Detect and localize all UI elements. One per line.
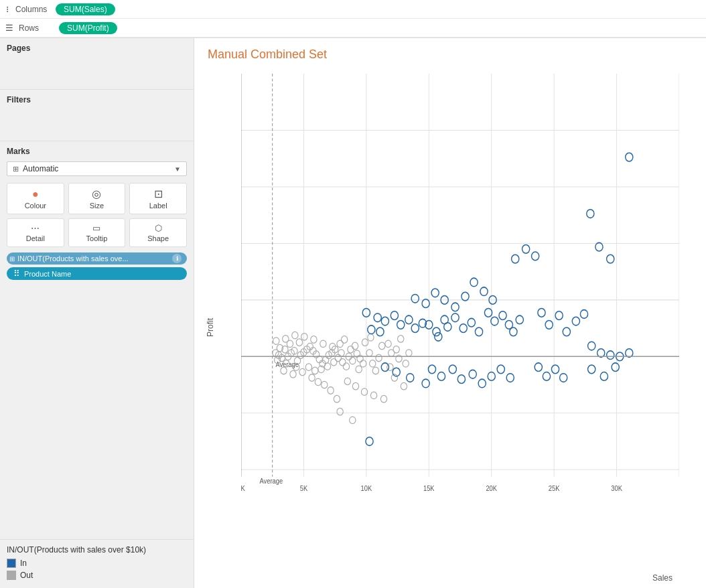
marks-buttons-grid: ● Colour ◎ Size ⊡ Label ⋯ Detail ▭ Too: [7, 183, 187, 247]
svg-point-151: [491, 317, 498, 325]
svg-point-156: [469, 370, 476, 378]
svg-point-167: [626, 153, 633, 161]
svg-point-72: [311, 336, 317, 344]
svg-text:Average: Average: [260, 477, 283, 486]
svg-point-62: [324, 363, 330, 370]
pages-body: [7, 57, 187, 84]
colour-button[interactable]: ● Colour: [7, 183, 64, 214]
svg-point-172: [545, 321, 553, 329]
columns-icon: ⫶: [5, 4, 10, 14]
pages-section: Pages: [0, 38, 194, 90]
colour-icon: ●: [32, 188, 39, 200]
inout-info-icon[interactable]: ℹ: [172, 254, 182, 263]
svg-point-136: [381, 363, 389, 372]
svg-point-59: [305, 364, 311, 371]
svg-point-141: [449, 365, 456, 374]
size-label: Size: [90, 202, 104, 210]
tooltip-label: Tooltip: [86, 234, 108, 242]
svg-point-182: [597, 349, 605, 358]
svg-point-181: [588, 342, 595, 350]
svg-point-104: [315, 378, 321, 386]
svg-point-162: [480, 287, 488, 296]
size-button[interactable]: ◎ Size: [68, 183, 126, 214]
svg-point-97: [352, 382, 358, 390]
filters-body: [7, 108, 187, 135]
svg-point-161: [470, 278, 478, 287]
shape-icon: ⬡: [155, 223, 162, 233]
svg-point-146: [431, 289, 439, 297]
svg-text:15K: 15K: [423, 484, 435, 492]
svg-point-71: [301, 334, 307, 341]
pages-title: Pages: [7, 44, 187, 53]
legend-label-out: Out: [20, 571, 33, 580]
svg-point-149: [462, 292, 469, 301]
svg-point-49: [296, 339, 302, 346]
svg-point-180: [560, 374, 567, 382]
svg-point-134: [468, 318, 475, 327]
svg-point-92: [376, 354, 382, 362]
svg-point-77: [340, 359, 346, 366]
shape-button[interactable]: ⬡ Shape: [129, 218, 187, 247]
svg-point-121: [397, 321, 405, 329]
svg-point-188: [612, 363, 619, 372]
svg-point-155: [516, 315, 523, 324]
svg-point-148: [451, 303, 459, 311]
svg-point-96: [344, 378, 350, 385]
legend-label-in: In: [20, 559, 27, 568]
rows-pill[interactable]: SUM(Profit): [59, 22, 117, 34]
svg-point-75: [338, 350, 344, 357]
svg-point-87: [360, 360, 366, 368]
svg-point-164: [512, 254, 519, 263]
svg-point-186: [588, 365, 595, 374]
svg-point-88: [356, 366, 362, 373]
svg-text:30K: 30K: [611, 484, 622, 492]
svg-point-187: [600, 372, 608, 381]
tooltip-button[interactable]: ▭ Tooltip: [68, 218, 126, 247]
inout-pill[interactable]: ⊞ IN/OUT(Products with sales ove... ℹ: [7, 252, 187, 265]
svg-point-168: [587, 210, 594, 218]
size-icon: ◎: [92, 188, 101, 200]
svg-point-135: [475, 327, 482, 336]
svg-point-102: [328, 387, 334, 394]
svg-point-85: [352, 342, 358, 350]
svg-point-126: [376, 327, 384, 336]
legend-item-in[interactable]: In: [7, 559, 187, 568]
svg-text:Average: Average: [275, 361, 299, 369]
svg-point-174: [563, 327, 570, 336]
svg-point-120: [391, 311, 398, 320]
scatter-plot: 25K 20K 15K 10K 5K 0K -5K -10K 0K 5K 10K…: [241, 74, 679, 555]
chart-area: Manual Combined Set Profit Sales: [194, 38, 706, 588]
detail-label: Detail: [26, 234, 45, 242]
main-area: Pages Filters Marks ⊞ Automatic ▼ ● Colo…: [0, 38, 706, 588]
svg-point-150: [484, 309, 492, 317]
svg-text:0K: 0K: [241, 484, 245, 492]
detail-button[interactable]: ⋯ Detail: [7, 218, 64, 247]
legend-section: IN/OUT(Products with sales over $10k) In…: [0, 539, 194, 588]
svg-point-166: [532, 252, 539, 261]
svg-point-159: [497, 365, 504, 374]
svg-point-114: [401, 382, 407, 390]
svg-point-79: [337, 340, 343, 348]
svg-point-125: [368, 325, 375, 334]
svg-text:5K: 5K: [300, 484, 308, 492]
label-button[interactable]: ⊡ Label: [129, 183, 187, 214]
legend-item-out[interactable]: Out: [7, 571, 187, 580]
svg-point-66: [299, 368, 305, 376]
svg-point-76: [335, 354, 341, 362]
svg-point-160: [506, 374, 514, 382]
filters-section: Filters: [0, 90, 194, 141]
svg-point-145: [422, 299, 429, 308]
svg-point-89: [366, 350, 372, 357]
product-pill[interactable]: ⠿ Product Name: [7, 267, 187, 280]
svg-point-130: [435, 332, 442, 341]
svg-point-175: [572, 317, 579, 325]
svg-point-67: [309, 374, 315, 382]
marks-type-label: Automatic: [23, 164, 174, 173]
columns-pill[interactable]: SUM(Sales): [56, 3, 115, 15]
marks-section: Marks ⊞ Automatic ▼ ● Colour ◎ Size ⊡ La…: [0, 141, 194, 285]
product-pill-label: Product Name: [24, 270, 71, 278]
marks-type-dropdown[interactable]: ⊞ Automatic ▼: [7, 161, 187, 176]
svg-point-91: [372, 367, 378, 374]
svg-text:20K: 20K: [486, 484, 497, 492]
svg-point-183: [607, 351, 614, 360]
